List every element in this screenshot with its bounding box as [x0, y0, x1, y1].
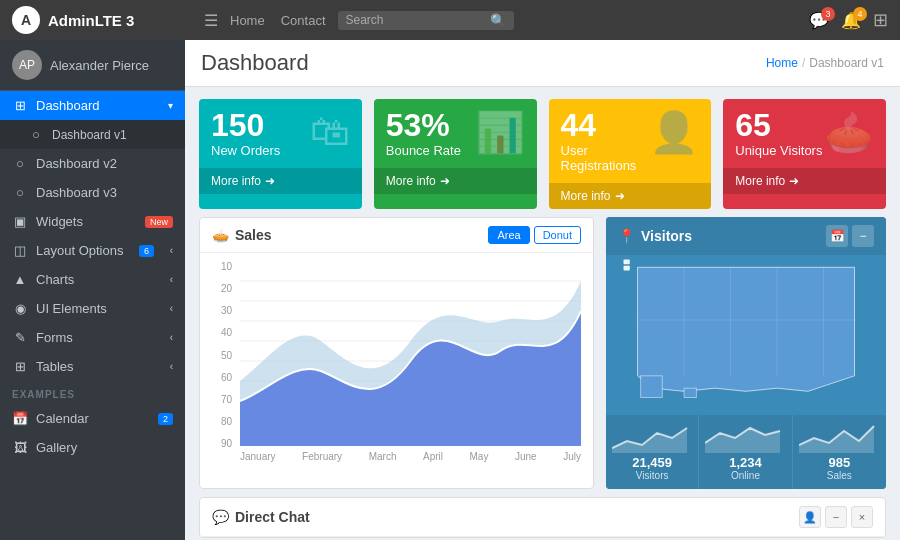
- top-nav-right: 💬 3 🔔 4 ⊞: [809, 9, 888, 31]
- area-button[interactable]: Area: [488, 226, 529, 244]
- breadcrumb-home[interactable]: Home: [766, 56, 798, 70]
- sidebar-item-label: Widgets: [36, 214, 83, 229]
- widgets-icon: ▣: [12, 214, 28, 229]
- location-pin-icon: 📍: [618, 228, 635, 244]
- chevron-down-icon: ▾: [168, 100, 173, 111]
- svg-marker-15: [612, 428, 687, 453]
- sidebar-item-dashboard-v3[interactable]: ○ Dashboard v3: [0, 178, 185, 207]
- notifications-icon-wrap[interactable]: 🔔 4: [841, 11, 861, 30]
- more-info-link: More info: [386, 174, 436, 188]
- y-label: 90: [212, 438, 232, 449]
- visitors-stat-online: 1,234 Online: [699, 415, 792, 489]
- page-title: Dashboard: [201, 50, 309, 76]
- sidebar-item-dashboard[interactable]: ⊞ Dashboard ▾: [0, 91, 185, 120]
- stat-card-body: 53% Bounce Rate 📊: [374, 99, 537, 168]
- sidebar-item-ui-elements[interactable]: ◉ UI Elements ‹: [0, 294, 185, 323]
- visitors-stat-sales: 985 Sales: [793, 415, 886, 489]
- arrow-right-icon: ➜: [615, 189, 625, 203]
- circle-icon: ○: [12, 185, 28, 200]
- sidebar-item-gallery[interactable]: 🖼 Gallery: [0, 433, 185, 462]
- chat-tool-btn-close[interactable]: ×: [851, 506, 873, 528]
- sidebar-item-calendar[interactable]: 📅 Calendar 2: [0, 404, 185, 433]
- visitors-stats-row: 21,459 Visitors 1,234 Online: [606, 415, 886, 489]
- apps-grid-icon[interactable]: ⊞: [873, 9, 888, 31]
- sidebar-item-label: Charts: [36, 272, 74, 287]
- hamburger-icon[interactable]: ☰: [204, 11, 218, 30]
- arrow-right-icon: ➜: [789, 174, 799, 188]
- stat-card-footer[interactable]: More info ➜: [374, 168, 537, 194]
- sidebar-item-tables[interactable]: ⊞ Tables ‹: [0, 352, 185, 381]
- visitors-card: 📍 Visitors 📅 −: [606, 217, 886, 489]
- sidebar-item-label: Calendar: [36, 411, 89, 426]
- visitors-mini-chart: [612, 423, 692, 453]
- sales-stat-label: Sales: [799, 470, 880, 481]
- stat-card-footer[interactable]: More info ➜: [723, 168, 886, 194]
- sales-title-text: Sales: [235, 227, 272, 243]
- donut-button[interactable]: Donut: [534, 226, 581, 244]
- examples-section-label: EXAMPLES: [0, 381, 185, 404]
- svg-rect-8: [624, 259, 630, 264]
- sidebar-item-layout-options[interactable]: ◫ Layout Options 6 ‹: [0, 236, 185, 265]
- dashboard-icon: ⊞: [12, 98, 28, 113]
- y-label: 60: [212, 372, 232, 383]
- nav-link-home[interactable]: Home: [230, 13, 265, 28]
- stat-info: 65 Unique Visitors: [735, 109, 822, 158]
- chat-tool-btn-minus[interactable]: −: [825, 506, 847, 528]
- app-name: AdminLTE 3: [48, 12, 134, 29]
- sidebar-item-widgets[interactable]: ▣ Widgets New: [0, 207, 185, 236]
- calendar-tool-button[interactable]: 📅: [826, 225, 848, 247]
- arrow-right-icon: ➜: [265, 174, 275, 188]
- user-name: Alexander Pierce: [50, 58, 149, 73]
- x-label: March: [369, 451, 397, 462]
- sales-chart-title: 🥧 Sales: [212, 227, 272, 243]
- charts-row: 🥧 Sales Area Donut 90 80 70 60 50: [185, 217, 900, 497]
- user-panel: AP Alexander Pierce: [0, 40, 185, 91]
- mini-chart-svg: [705, 423, 785, 453]
- visitors-card-header: 📍 Visitors 📅 −: [606, 217, 886, 255]
- chat-tool-btn-1[interactable]: 👤: [799, 506, 821, 528]
- search-icon[interactable]: 🔍: [490, 13, 506, 28]
- visitors-stat-label: Visitors: [612, 470, 692, 481]
- x-label: January: [240, 451, 276, 462]
- sidebar-item-label: Dashboard v1: [52, 128, 127, 142]
- y-label: 70: [212, 394, 232, 405]
- online-stat-number: 1,234: [705, 455, 785, 470]
- visitors-title-text: Visitors: [641, 228, 692, 244]
- forms-icon: ✎: [12, 330, 28, 345]
- y-label: 50: [212, 350, 232, 361]
- y-label: 30: [212, 305, 232, 316]
- breadcrumb: Home / Dashboard v1: [766, 56, 884, 70]
- stat-card-registrations: 44 User Registrations 👤 More info ➜: [549, 99, 712, 209]
- search-input[interactable]: [346, 13, 486, 27]
- comment-icon: 💬: [212, 509, 229, 525]
- stat-info: 150 New Orders: [211, 109, 280, 158]
- arrow-right-icon: ➜: [440, 174, 450, 188]
- nav-link-contact[interactable]: Contact: [281, 13, 326, 28]
- bar-chart-icon: 📊: [475, 109, 525, 156]
- svg-marker-16: [705, 428, 780, 453]
- sidebar-item-forms[interactable]: ✎ Forms ‹: [0, 323, 185, 352]
- y-label: 80: [212, 416, 232, 427]
- direct-chat-title-text: Direct Chat: [235, 509, 310, 525]
- stat-card-footer[interactable]: More info ➜: [199, 168, 362, 194]
- circle-icon: ○: [28, 127, 44, 142]
- pie-chart-icon: 🥧: [824, 109, 874, 156]
- messages-icon-wrap[interactable]: 💬 3: [809, 11, 829, 30]
- stat-card-footer[interactable]: More info ➜: [549, 183, 712, 209]
- sidebar-item-dashboard-v2[interactable]: ○ Dashboard v2: [0, 149, 185, 178]
- sidebar-item-charts[interactable]: ▲ Charts ‹: [0, 265, 185, 294]
- visitors-stat-number: 21,459: [612, 455, 692, 470]
- sidebar-item-label: Dashboard v3: [36, 185, 117, 200]
- x-label: April: [423, 451, 443, 462]
- top-nav-links: Home Contact: [230, 13, 326, 28]
- direct-chat-tools: 👤 − ×: [799, 506, 873, 528]
- calendar-icon: 📅: [12, 411, 28, 426]
- circle-icon: ○: [12, 156, 28, 171]
- stat-info: 44 User Registrations: [561, 109, 650, 173]
- breadcrumb-current: Dashboard v1: [809, 56, 884, 70]
- y-label: 10: [212, 261, 232, 272]
- sidebar-item-dashboard-v1[interactable]: ○ Dashboard v1: [0, 120, 185, 149]
- minus-tool-button[interactable]: −: [852, 225, 874, 247]
- sidebar-item-label: Forms: [36, 330, 73, 345]
- more-info-link: More info: [211, 174, 261, 188]
